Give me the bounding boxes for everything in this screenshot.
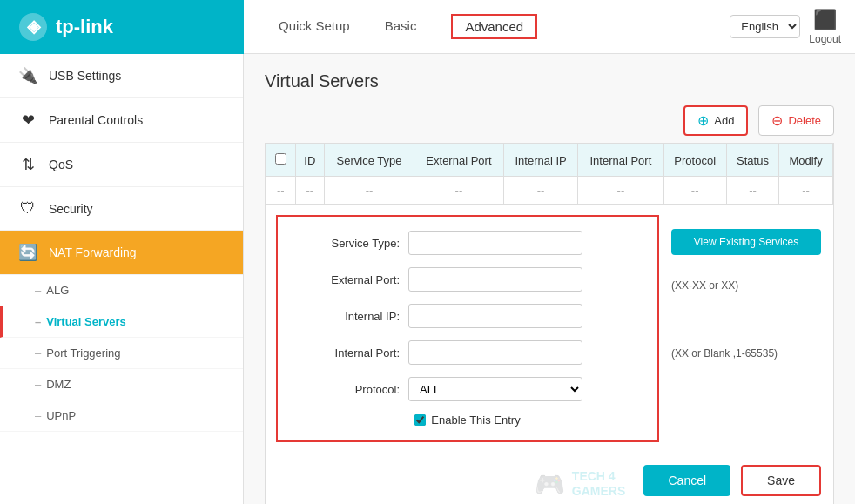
form-row-internal-ip: Internal IP:: [295, 304, 640, 328]
col-modify: Modify: [779, 144, 833, 177]
form-row-protocol: Protocol: ALL TCP UDP: [295, 377, 640, 401]
sidebar-item-qos[interactable]: ⇅ QoS: [0, 143, 243, 187]
sidebar-subitem-port-triggering[interactable]: – Port Triggering: [0, 338, 243, 369]
delete-icon: ⊖: [771, 112, 783, 129]
add-form-panel: Service Type: External Port: Internal IP…: [276, 215, 659, 442]
empty-cell-5: --: [578, 177, 663, 205]
col-internal-port: Internal Port: [578, 144, 663, 177]
qos-icon: ⇅: [17, 155, 38, 174]
language-select[interactable]: English: [730, 15, 800, 38]
form-bottom-buttons: Cancel Save: [266, 456, 833, 504]
virtual-servers-table: ID Service Type External Port Internal I…: [266, 144, 833, 205]
header-right: English ⬛ Logout: [730, 9, 841, 45]
enable-entry-label: Enable This Entry: [431, 413, 520, 427]
usb-settings-icon: 🔌: [17, 66, 38, 85]
empty-cell-2: --: [325, 177, 414, 205]
sidebar-label-port-triggering: Port Triggering: [46, 346, 120, 360]
external-port-input[interactable]: [408, 267, 582, 292]
col-service-type: Service Type: [325, 144, 414, 177]
sidebar-label-alg: ALG: [46, 284, 69, 297]
form-row-internal-port: Internal Port:: [295, 340, 640, 365]
sidebar-label-dmz: DMZ: [46, 378, 71, 391]
logo-area: ◈ tp-link: [0, 0, 244, 54]
empty-cell-0: --: [266, 177, 296, 205]
delete-label: Delete: [788, 114, 821, 127]
delete-button[interactable]: ⊖ Delete: [758, 105, 834, 136]
internal-port-label: Internal Port:: [295, 346, 400, 360]
main-content: Virtual Servers ⊕ Add ⊖ Delete: [244, 54, 855, 504]
sidebar-label-security: Security: [49, 202, 93, 216]
sidebar-label-usb-settings: USB Settings: [49, 69, 121, 83]
nav-basic[interactable]: Basic: [385, 0, 417, 54]
external-port-hint: (XX-XX or XX): [671, 279, 821, 292]
select-all-checkbox[interactable]: [275, 153, 286, 165]
sidebar-label-parental-controls: Parental Controls: [49, 113, 143, 127]
sidebar-subitem-virtual-servers[interactable]: – Virtual Servers: [0, 306, 243, 338]
empty-cell-1: --: [295, 177, 325, 205]
col-external-port: External Port: [414, 144, 503, 177]
sidebar-item-usb-settings[interactable]: 🔌 USB Settings: [0, 54, 243, 98]
sidebar-label-upnp: UPnP: [46, 409, 76, 422]
empty-cell-7: --: [726, 177, 778, 205]
main-nav: Quick Setup Basic Advanced: [244, 0, 730, 54]
internal-ip-label: Internal IP:: [295, 310, 400, 323]
sidebar-label-virtual-servers: Virtual Servers: [46, 315, 126, 328]
form-row-external-port: External Port:: [295, 267, 640, 292]
nav-advanced[interactable]: Advanced: [451, 14, 537, 39]
svg-text:◈: ◈: [26, 17, 42, 36]
sidebar: 🔌 USB Settings ❤ Parental Controls ⇅ QoS…: [0, 54, 244, 504]
enable-entry-row: Enable This Entry: [295, 413, 640, 427]
empty-row: -- -- -- -- -- -- -- -- --: [266, 177, 833, 205]
add-icon: ⊕: [697, 112, 709, 129]
col-checkbox: [266, 144, 296, 177]
internal-port-hint: (XX or Blank ,1-65535): [671, 347, 821, 360]
logo-text: tp-link: [56, 16, 113, 38]
service-type-input[interactable]: [408, 231, 582, 255]
security-icon: 🛡: [17, 199, 38, 218]
internal-port-input[interactable]: [408, 340, 582, 365]
toolbar: ⊕ Add ⊖ Delete: [265, 105, 834, 136]
logout-button[interactable]: ⬛ Logout: [809, 9, 841, 45]
nat-forwarding-icon: 🔄: [17, 243, 38, 262]
internal-ip-input[interactable]: [408, 304, 582, 328]
sidebar-subitem-upnp[interactable]: – UPnP: [0, 400, 243, 432]
empty-cell-3: --: [414, 177, 503, 205]
sidebar-item-parental-controls[interactable]: ❤ Parental Controls: [0, 98, 243, 143]
sidebar-label-qos: QoS: [49, 158, 73, 171]
col-status: Status: [726, 144, 778, 177]
service-type-label: Service Type:: [295, 237, 400, 250]
sidebar-subitem-alg[interactable]: – ALG: [0, 275, 243, 306]
empty-cell-6: --: [663, 177, 726, 205]
add-label: Add: [714, 114, 734, 127]
view-existing-services-button[interactable]: View Existing Services: [671, 229, 821, 255]
sidebar-item-security[interactable]: 🛡 Security: [0, 187, 243, 231]
sidebar-label-nat-forwarding: NAT Forwarding: [49, 245, 137, 259]
enable-entry-checkbox[interactable]: [414, 414, 426, 426]
col-protocol: Protocol: [663, 144, 726, 177]
form-row-service-type: Service Type:: [295, 231, 640, 255]
nav-quick-setup[interactable]: Quick Setup: [279, 0, 350, 54]
save-button[interactable]: Save: [741, 465, 821, 496]
form-side-info: View Existing Services (XX-XX or XX) (XX…: [659, 215, 833, 442]
empty-cell-4: --: [503, 177, 577, 205]
logout-icon: ⬛: [813, 9, 837, 31]
col-internal-ip: Internal IP: [503, 144, 577, 177]
external-port-label: External Port:: [295, 273, 400, 286]
cancel-button[interactable]: Cancel: [643, 465, 730, 496]
sidebar-subitem-dmz[interactable]: – DMZ: [0, 369, 243, 400]
tp-link-logo-icon: ◈: [17, 11, 49, 43]
parental-controls-icon: ❤: [17, 111, 38, 130]
sidebar-item-nat-forwarding[interactable]: 🔄 NAT Forwarding: [0, 231, 243, 275]
protocol-select[interactable]: ALL TCP UDP: [408, 377, 582, 401]
add-button[interactable]: ⊕ Add: [683, 105, 748, 136]
add-form-area: Service Type: External Port: Internal IP…: [266, 205, 833, 442]
page-title: Virtual Servers: [265, 71, 834, 91]
protocol-label: Protocol:: [295, 383, 400, 396]
col-id: ID: [295, 144, 325, 177]
empty-cell-8: --: [779, 177, 833, 205]
logout-label: Logout: [809, 33, 841, 45]
table-form-wrapper: ID Service Type External Port Internal I…: [265, 143, 834, 504]
